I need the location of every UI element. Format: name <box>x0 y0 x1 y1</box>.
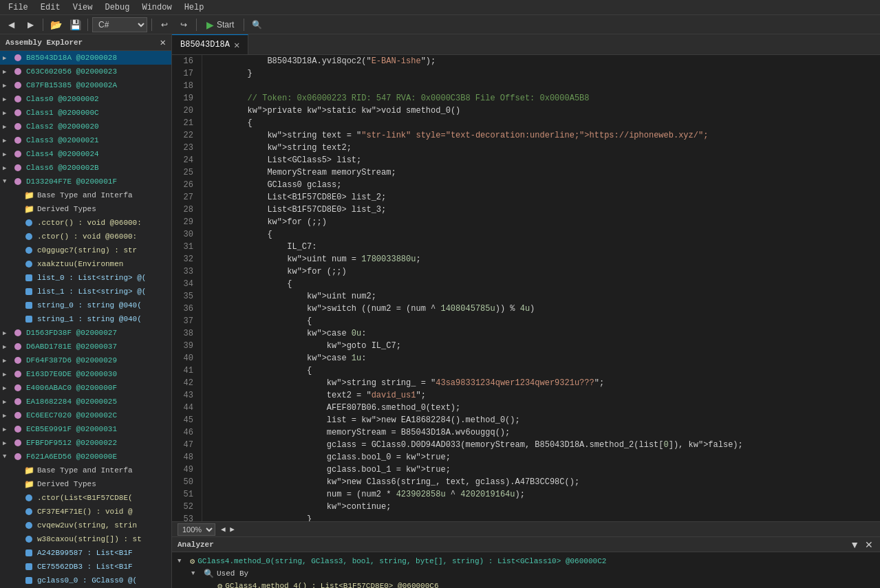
tree-item-cf37e4[interactable]: CF37E4F71E() : void @ <box>0 505 171 519</box>
tree-item-ctor2[interactable]: .ctor(List<B1F57CD8E( <box>0 491 171 505</box>
tree-label-cvqew2uv: cvqew2uv(string, strin <box>37 521 137 530</box>
used-by-label: Used By <box>217 569 248 578</box>
analyzer-close-button[interactable]: ✕ <box>863 539 874 550</box>
open-button[interactable]: 📂 <box>47 17 64 32</box>
tree-item-cctor1[interactable]: .cctor() : void @06000: <box>0 216 171 230</box>
tree-icon-d1332 <box>12 176 23 187</box>
tree-icon-class0 <box>12 94 23 105</box>
menu-window[interactable]: Window <box>136 1 177 14</box>
tree-item-list0[interactable]: list_0 : List<string> @( <box>0 271 171 285</box>
tree-icon-ce75562 <box>23 561 34 572</box>
forward-button[interactable]: ▶ <box>22 17 39 32</box>
tree-item-e4006a[interactable]: ▶E4006ABAC0 @0200000F <box>0 381 171 395</box>
menu-file[interactable]: File <box>3 1 34 14</box>
tree-item-w38caxou[interactable]: w38caxou(string[]) : st <box>0 532 171 546</box>
tree-item-gclass0_0[interactable]: gclass0_0 : GClass0 @( <box>0 574 171 587</box>
analyzer-content: ▼ ⚙ GClass4.method_0(string, GClass3, bo… <box>172 552 880 588</box>
redo-button[interactable]: ↪ <box>175 17 192 32</box>
tree-icon-df64f3 <box>12 355 23 366</box>
tab-close-button[interactable]: ✕ <box>234 39 239 51</box>
zoom-dropdown[interactable]: 100% 75% 125% 150% <box>178 523 215 536</box>
tree-item-class2[interactable]: ▶Class2 @02000020 <box>0 120 171 133</box>
tree-item-f621a6[interactable]: ▼F621A6ED56 @0200000E <box>0 450 171 464</box>
tree-item-a242b995[interactable]: A242B99587 : List<B1F <box>0 546 171 560</box>
code-line-29: kw">for (;;) <box>208 216 874 228</box>
tab-label: B85043D18A <box>180 40 230 50</box>
code-line-25: MemoryStream memoryStream; <box>208 166 874 179</box>
sidebar-close-button[interactable]: ✕ <box>160 36 166 48</box>
save-button[interactable]: 💾 <box>67 17 83 32</box>
tree-item-derived1[interactable]: 📁Derived Types <box>0 202 171 216</box>
tree-item-xaakztuu[interactable]: xaakztuu(Environmen <box>0 257 171 271</box>
tree-label-class1: Class1 @0200000C <box>26 109 99 117</box>
menu-view[interactable]: View <box>67 1 98 14</box>
tree-item-d6abd1[interactable]: ▶D6ABD1781E @02000037 <box>0 340 171 353</box>
tree-arrow-class4: ▶ <box>3 151 12 158</box>
analyzer-arrow-3 <box>205 582 215 588</box>
tree-item-class4[interactable]: ▶Class4 @02000024 <box>0 147 171 161</box>
tree-item-cvqew2uv[interactable]: cvqew2uv(string, strin <box>0 519 171 532</box>
tree-item-basetype1[interactable]: 📁Base Type and Interfa <box>0 188 171 202</box>
tree-item-e163d7[interactable]: ▶E163D7E0DE @02000030 <box>0 367 171 381</box>
tree-item-df64f3[interactable]: ▶DF64F387D6 @02000029 <box>0 353 171 367</box>
tree-item-d1332[interactable]: ▼D133204F7E @0200001F <box>0 175 171 188</box>
search-button[interactable]: 🔍 <box>248 17 265 32</box>
analyzer-collapse-button[interactable]: ▼ <box>848 539 861 550</box>
tree-item-c0ggugc7[interactable]: c0ggugc7(string) : str <box>0 243 171 257</box>
tree-item-d1563[interactable]: ▶D1563FD38F @02000027 <box>0 326 171 340</box>
tree-icon-class6 <box>12 162 23 173</box>
tree-item-basetype2[interactable]: 📁Base Type and Interfa <box>0 464 171 477</box>
tab-bar: B85043D18A ✕ <box>172 34 880 55</box>
tree-item-derived2[interactable]: 📁Derived Types <box>0 477 171 491</box>
menu-debug[interactable]: Debug <box>99 1 135 14</box>
tree-label-ec6eec: EC6EEC7020 @0200002C <box>26 411 117 420</box>
tree-item-class3[interactable]: ▶Class3 @02000021 <box>0 133 171 147</box>
tree-arrow-class6: ▶ <box>3 164 12 172</box>
tree-label-b85043: B85043D18A @02000028 <box>26 54 117 62</box>
sidebar-header: Assembly Explorer ✕ <box>0 34 171 51</box>
tab-b85043[interactable]: B85043D18A ✕ <box>172 34 248 54</box>
back-button[interactable]: ◀ <box>3 17 19 32</box>
analyzer-arrow-2: ▼ <box>191 570 201 577</box>
tree-item-list1[interactable]: list_1 : List<string> @( <box>0 285 171 298</box>
tree-item-string0[interactable]: string_0 : string @040( <box>0 298 171 312</box>
start-button[interactable]: ▶ Start <box>201 18 239 32</box>
tree-item-efbfdf[interactable]: ▶EFBFDF9512 @02000022 <box>0 436 171 450</box>
tree-item-class1[interactable]: ▶Class1 @0200000C <box>0 106 171 120</box>
tree-label-ce75562: CE75562DB3 : List<B1F <box>37 563 133 571</box>
code-container[interactable]: 1617181920212223242526272829303132333435… <box>172 55 880 521</box>
tree-item-class0[interactable]: ▶Class0 @02000002 <box>0 92 171 106</box>
tree-item-ctor1[interactable]: .ctor() : void @06000: <box>0 230 171 243</box>
separator-5 <box>244 19 244 31</box>
tree-item-ea1868[interactable]: ▶EA18682284 @02000025 <box>0 395 171 409</box>
tree-item-c87fb1[interactable]: ▶C87FB15385 @0200002A <box>0 78 171 92</box>
sidebar-content[interactable]: ▶B85043D18A @02000028▶C63C602056 @020000… <box>0 51 171 588</box>
analyzer-header: Analyzer ▼ ✕ <box>172 537 880 552</box>
undo-button[interactable]: ↩ <box>156 17 173 32</box>
tree-item-c63c60[interactable]: ▶C63C602056 @02000023 <box>0 65 171 78</box>
tree-label-gclass0_0: gclass0_0 : GClass0 @( <box>37 576 137 585</box>
tree-label-ctor2: .ctor(List<B1F57CD8E( <box>37 494 133 502</box>
tree-item-b85043[interactable]: ▶B85043D18A @02000028 <box>0 51 171 65</box>
menu-help[interactable]: Help <box>179 1 210 14</box>
code-line-39: kw">goto IL_C7; <box>208 340 874 352</box>
tree-label-string1: string_1 : string @040( <box>37 315 142 323</box>
tree-item-class6[interactable]: ▶Class6 @0200002B <box>0 161 171 175</box>
tree-item-string1[interactable]: string_1 : string @040( <box>0 312 171 326</box>
tree-item-ecb5e9[interactable]: ▶ECB5E9991F @02000031 <box>0 422 171 436</box>
tree-label-xaakztuu: xaakztuu(Environmen <box>37 260 123 268</box>
menu-edit[interactable]: Edit <box>35 1 66 14</box>
tree-label-class0: Class0 @02000002 <box>26 95 99 103</box>
code-content: B85043D18A.yvi8qoc2("E-BAN-ishe"); } // … <box>202 55 880 521</box>
tree-label-ctor1: .ctor() : void @06000: <box>37 232 137 241</box>
tree-icon-efbfdf <box>12 437 23 448</box>
tree-label-d1332: D133204F7E @0200001F <box>26 177 117 186</box>
tree-icon-basetype1: 📁 <box>23 190 34 201</box>
tree-label-a242b995: A242B99587 : List<B1F <box>37 549 133 557</box>
tree-item-ce75562[interactable]: CE75562DB3 : List<B1F <box>0 560 171 574</box>
tree-item-ec6eec[interactable]: ▶EC6EEC7020 @0200002C <box>0 409 171 422</box>
editor-area: B85043D18A ✕ 161718192021222324252627282… <box>172 34 880 588</box>
code-line-20: kw">private kw">static kw">void smethod_… <box>208 105 874 117</box>
language-dropdown[interactable]: C# VB IL <box>92 17 147 32</box>
tree-label-ea1868: EA18682284 @02000025 <box>26 398 117 406</box>
